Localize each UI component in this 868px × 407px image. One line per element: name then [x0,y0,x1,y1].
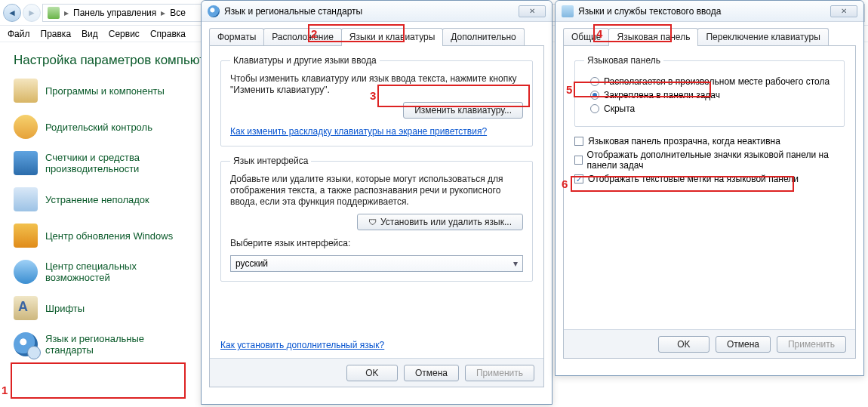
select-label: Выберите язык интерфейса: [230,238,523,249]
close-button[interactable]: ✕ [519,5,546,17]
dialog-titlebar[interactable]: Языки и службы текстового ввода ✕ [556,1,863,22]
radio-label: Закреплена в панели задач [604,90,720,100]
close-button[interactable]: ✕ [830,5,857,17]
tab-advanced[interactable]: Дополнительно [442,28,524,45]
check-label: Языковая панель прозрачна, когда неактив… [588,136,780,146]
group-desc: Добавьте или удалите языки, которые могу… [230,174,523,208]
cp-item-programs[interactable]: Программы и компоненты [14,79,193,103]
tab-formats[interactable]: Форматы [209,28,264,45]
counters-icon [14,151,38,175]
apply-button[interactable]: Применить [777,336,846,353]
ui-language-group: Язык интерфейса Добавьте или удалите язы… [220,156,533,282]
chevron-down-icon: ▾ [513,258,518,269]
dialog-title: Языки и службы текстового ввода [578,6,721,17]
radio-hidden[interactable]: Скрыта [590,103,835,114]
access-icon [14,260,38,284]
menu-help[interactable]: Справка [150,29,186,39]
ok-button[interactable]: OK [346,365,398,381]
cp-item-accessibility[interactable]: Центр специальных возможностей [14,260,193,284]
ok-button[interactable]: OK [658,336,709,353]
language-bar-group: Языковая панель Располагается в произвол… [574,55,845,127]
callout-number: 1 [2,384,8,396]
cp-item-label: Центр специальных возможностей [45,261,193,283]
cancel-button[interactable]: Отмена [716,336,771,353]
checkbox-icon [574,156,583,165]
group-legend: Языковая панель [584,55,663,66]
cancel-button[interactable]: Отмена [404,365,459,381]
cp-item-label: Шрифты [45,303,85,314]
cp-item-parental[interactable]: Родительский контроль [14,115,193,139]
menu-edit[interactable]: Правка [41,29,72,39]
breadcrumb-item[interactable]: Панель управления [73,8,156,18]
cp-item-region[interactable]: Язык и региональные стандарты [14,332,193,356]
radio-icon [590,77,599,86]
breadcrumb-item[interactable]: Все [170,8,186,18]
radio-label: Располагается в произвольном месте рабоч… [604,76,830,87]
region-dialog: Язык и региональные стандарты ✕ Форматы … [201,0,553,405]
group-legend: Клавиатуры и другие языки ввода [230,55,380,66]
dialog-footer: OK Отмена Применить [210,358,543,387]
apply-button[interactable]: Применить [465,365,534,381]
group-desc: Чтобы изменить клавиатуру или язык ввода… [230,73,523,96]
cp-item-label: Язык и региональные стандарты [45,333,193,356]
install-language-button[interactable]: Установить или удалить язык... [357,214,523,230]
cp-item-label: Родительский контроль [45,122,152,133]
trouble-icon [14,187,38,211]
tab-switch-keyboard[interactable]: Переключение клавиатуры [697,28,828,45]
check-label: Отображать текстовые метки на языковой п… [588,174,799,184]
keyboard-icon [562,5,574,17]
callout-number: 3 [370,89,376,102]
tab-languages-keyboards[interactable]: Языки и клавиатуры [341,28,443,46]
cp-item-counters[interactable]: Счетчики и средства производительности [14,151,193,175]
tab-strip: Форматы Расположение Языки и клавиатуры … [209,28,544,46]
check-extra-icons[interactable]: Отображать дополнительные значки языково… [574,150,845,171]
cp-item-windows-update[interactable]: Центр обновления Windows [14,224,193,248]
radio-label: Скрыта [604,103,635,114]
nav-back-button[interactable]: ◄ [3,4,21,22]
region-icon [14,332,38,356]
parental-icon [14,115,38,139]
callout-number: 6 [562,177,568,190]
radio-docked[interactable]: Закреплена в панели задач [590,90,835,100]
dialog-title: Язык и региональные стандарты [224,6,362,17]
change-keyboard-button[interactable]: Изменить клавиатуру... [403,102,523,119]
radio-icon [590,104,599,113]
install-extra-lang-link[interactable]: Как установить дополнительный язык? [220,340,384,350]
callout-number: 4 [596,27,602,40]
menu-tools[interactable]: Сервис [109,29,140,39]
dialog-footer: OK Отмена Применить [564,329,855,358]
dialog-titlebar[interactable]: Язык и региональные стандарты ✕ [202,1,552,22]
group-legend: Язык интерфейса [230,156,311,166]
cp-item-label: Программы и компоненты [45,85,165,97]
cp-item-label: Устранение неполадок [45,194,149,205]
callout-number: 2 [311,27,317,40]
ui-language-select[interactable]: русский ▾ [230,255,523,272]
nav-fwd-button[interactable]: ► [23,4,41,22]
tab-language-bar[interactable]: Языковая панель [608,28,698,46]
checkbox-icon [574,174,583,183]
check-label: Отображать дополнительные значки языково… [587,150,845,171]
globe-icon [208,5,220,17]
welcome-screen-link[interactable]: Как изменить раскладку клавиатуры на экр… [230,126,487,137]
cp-item-troubleshoot[interactable]: Устранение неполадок [14,187,193,211]
menu-file[interactable]: Файл [8,29,30,39]
tab-location[interactable]: Расположение [263,28,342,45]
programs-icon [14,79,38,103]
chevron-right-icon: ▸ [161,8,165,18]
tab-strip: Общие Языковая панель Переключение клави… [563,28,856,46]
cp-item-label: Центр обновления Windows [45,230,173,242]
control-panel-icon [48,7,60,19]
fonts-icon [14,296,38,320]
check-transparent[interactable]: Языковая панель прозрачна, когда неактив… [574,136,845,146]
check-text-labels[interactable]: Отображать текстовые метки на языковой п… [574,174,845,184]
menu-view[interactable]: Вид [82,29,98,39]
keyboards-group: Клавиатуры и другие языки ввода Чтобы из… [220,55,533,146]
cp-item-fonts[interactable]: Шрифты [14,296,193,320]
checkbox-icon [574,137,583,146]
select-value: русский [235,258,268,269]
cp-item-label: Счетчики и средства производительности [45,152,193,174]
callout-number: 5 [566,83,572,96]
radio-floating[interactable]: Располагается в произвольном месте рабоч… [590,76,835,87]
radio-icon [590,91,599,100]
winupd-icon [14,224,38,248]
